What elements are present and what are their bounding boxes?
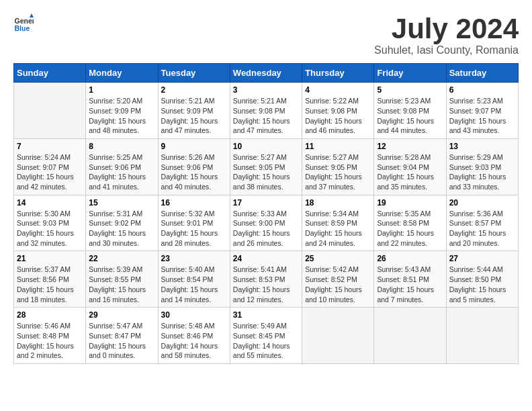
calendar-body: 1Sunrise: 5:20 AM Sunset: 9:09 PM Daylig… xyxy=(14,83,519,364)
header-cell-thursday: Thursday xyxy=(302,64,374,83)
day-info: Sunrise: 5:39 AM Sunset: 8:55 PM Dayligh… xyxy=(89,265,154,304)
day-info: Sunrise: 5:22 AM Sunset: 9:08 PM Dayligh… xyxy=(305,96,371,136)
header-row: SundayMondayTuesdayWednesdayThursdayFrid… xyxy=(14,64,519,83)
calendar-cell: 3Sunrise: 5:21 AM Sunset: 9:08 PM Daylig… xyxy=(230,83,302,139)
week-row-1: 1Sunrise: 5:20 AM Sunset: 9:09 PM Daylig… xyxy=(14,83,519,139)
day-info: Sunrise: 5:46 AM Sunset: 8:48 PM Dayligh… xyxy=(17,321,83,361)
calendar-cell: 19Sunrise: 5:35 AM Sunset: 8:58 PM Dayli… xyxy=(374,195,446,251)
day-info: Sunrise: 5:26 AM Sunset: 9:06 PM Dayligh… xyxy=(161,152,227,192)
calendar-cell: 15Sunrise: 5:31 AM Sunset: 9:02 PM Dayli… xyxy=(86,195,158,251)
calendar-header: SundayMondayTuesdayWednesdayThursdayFrid… xyxy=(14,64,519,83)
day-number: 30 xyxy=(161,310,227,320)
calendar-cell: 20Sunrise: 5:36 AM Sunset: 8:57 PM Dayli… xyxy=(446,195,518,251)
day-info: Sunrise: 5:27 AM Sunset: 9:05 PM Dayligh… xyxy=(305,152,371,192)
day-info: Sunrise: 5:29 AM Sunset: 9:03 PM Dayligh… xyxy=(449,152,515,192)
day-number: 27 xyxy=(449,254,515,263)
day-number: 16 xyxy=(161,198,227,208)
day-number: 20 xyxy=(449,198,515,208)
day-info: Sunrise: 5:32 AM Sunset: 9:01 PM Dayligh… xyxy=(161,209,227,248)
header-cell-monday: Monday xyxy=(86,64,158,83)
day-number: 24 xyxy=(233,254,299,263)
header-cell-friday: Friday xyxy=(374,64,446,83)
calendar-cell: 12Sunrise: 5:28 AM Sunset: 9:04 PM Dayli… xyxy=(374,138,446,195)
day-number: 6 xyxy=(449,85,515,95)
day-number: 25 xyxy=(305,254,371,263)
day-number: 15 xyxy=(89,198,154,208)
header-cell-sunday: Sunday xyxy=(14,64,86,83)
day-number: 11 xyxy=(305,142,371,151)
day-number: 17 xyxy=(233,198,299,208)
day-info: Sunrise: 5:44 AM Sunset: 8:50 PM Dayligh… xyxy=(449,265,515,304)
day-number: 7 xyxy=(17,142,83,151)
calendar-cell xyxy=(302,308,374,364)
day-info: Sunrise: 5:23 AM Sunset: 9:08 PM Dayligh… xyxy=(377,96,443,136)
calendar-cell: 5Sunrise: 5:23 AM Sunset: 9:08 PM Daylig… xyxy=(374,83,446,139)
calendar-cell: 7Sunrise: 5:24 AM Sunset: 9:07 PM Daylig… xyxy=(14,138,86,195)
week-row-3: 14Sunrise: 5:30 AM Sunset: 9:03 PM Dayli… xyxy=(14,195,519,251)
day-number: 31 xyxy=(233,310,299,320)
page-subtitle: Suhulet, Iasi County, Romania xyxy=(374,44,519,56)
calendar-cell: 26Sunrise: 5:43 AM Sunset: 8:51 PM Dayli… xyxy=(374,251,446,308)
calendar-cell: 24Sunrise: 5:41 AM Sunset: 8:53 PM Dayli… xyxy=(230,251,302,308)
calendar-cell: 2Sunrise: 5:21 AM Sunset: 9:09 PM Daylig… xyxy=(158,83,230,139)
day-number: 29 xyxy=(89,310,154,320)
calendar-cell: 27Sunrise: 5:44 AM Sunset: 8:50 PM Dayli… xyxy=(446,251,518,308)
calendar-cell: 21Sunrise: 5:37 AM Sunset: 8:56 PM Dayli… xyxy=(14,251,86,308)
day-info: Sunrise: 5:33 AM Sunset: 9:00 PM Dayligh… xyxy=(233,209,299,248)
calendar-cell: 29Sunrise: 5:47 AM Sunset: 8:47 PM Dayli… xyxy=(86,308,158,364)
day-info: Sunrise: 5:42 AM Sunset: 8:52 PM Dayligh… xyxy=(305,265,371,304)
day-number: 13 xyxy=(449,142,515,151)
day-info: Sunrise: 5:40 AM Sunset: 8:54 PM Dayligh… xyxy=(161,265,227,304)
logo-icon: General Blue xyxy=(13,13,34,34)
calendar-cell: 14Sunrise: 5:30 AM Sunset: 9:03 PM Dayli… xyxy=(14,195,86,251)
calendar-table: SundayMondayTuesdayWednesdayThursdayFrid… xyxy=(13,63,519,364)
day-number: 28 xyxy=(17,310,83,320)
day-number: 18 xyxy=(305,198,371,208)
day-info: Sunrise: 5:34 AM Sunset: 8:59 PM Dayligh… xyxy=(305,209,371,248)
day-number: 22 xyxy=(89,254,154,263)
day-number: 19 xyxy=(377,198,443,208)
day-info: Sunrise: 5:24 AM Sunset: 9:07 PM Dayligh… xyxy=(17,152,83,192)
week-row-5: 28Sunrise: 5:46 AM Sunset: 8:48 PM Dayli… xyxy=(14,308,519,364)
day-number: 4 xyxy=(305,85,371,95)
calendar-cell: 13Sunrise: 5:29 AM Sunset: 9:03 PM Dayli… xyxy=(446,138,518,195)
header-cell-saturday: Saturday xyxy=(446,64,518,83)
header-cell-tuesday: Tuesday xyxy=(158,64,230,83)
page-title: July 2024 xyxy=(374,13,519,44)
calendar-cell: 11Sunrise: 5:27 AM Sunset: 9:05 PM Dayli… xyxy=(302,138,374,195)
calendar-cell: 28Sunrise: 5:46 AM Sunset: 8:48 PM Dayli… xyxy=(14,308,86,364)
day-info: Sunrise: 5:21 AM Sunset: 9:09 PM Dayligh… xyxy=(161,96,227,136)
day-info: Sunrise: 5:48 AM Sunset: 8:46 PM Dayligh… xyxy=(161,321,227,361)
page-header: General Blue July 2024 Suhulet, Iasi Cou… xyxy=(13,13,519,56)
day-number: 1 xyxy=(89,85,154,95)
day-info: Sunrise: 5:37 AM Sunset: 8:56 PM Dayligh… xyxy=(17,265,83,304)
svg-marker-2 xyxy=(30,13,34,17)
day-info: Sunrise: 5:21 AM Sunset: 9:08 PM Dayligh… xyxy=(233,96,299,136)
day-info: Sunrise: 5:30 AM Sunset: 9:03 PM Dayligh… xyxy=(17,209,83,248)
day-number: 8 xyxy=(89,142,154,151)
calendar-cell: 17Sunrise: 5:33 AM Sunset: 9:00 PM Dayli… xyxy=(230,195,302,251)
calendar-cell: 16Sunrise: 5:32 AM Sunset: 9:01 PM Dayli… xyxy=(158,195,230,251)
day-info: Sunrise: 5:23 AM Sunset: 9:07 PM Dayligh… xyxy=(449,96,515,136)
calendar-cell: 4Sunrise: 5:22 AM Sunset: 9:08 PM Daylig… xyxy=(302,83,374,139)
calendar-cell: 8Sunrise: 5:25 AM Sunset: 9:06 PM Daylig… xyxy=(86,138,158,195)
day-number: 10 xyxy=(233,142,299,151)
calendar-cell: 9Sunrise: 5:26 AM Sunset: 9:06 PM Daylig… xyxy=(158,138,230,195)
svg-text:Blue: Blue xyxy=(15,24,30,32)
calendar-cell xyxy=(14,83,86,139)
day-info: Sunrise: 5:20 AM Sunset: 9:09 PM Dayligh… xyxy=(89,96,154,136)
calendar-cell: 30Sunrise: 5:48 AM Sunset: 8:46 PM Dayli… xyxy=(158,308,230,364)
day-number: 12 xyxy=(377,142,443,151)
calendar-cell xyxy=(374,308,446,364)
day-info: Sunrise: 5:36 AM Sunset: 8:57 PM Dayligh… xyxy=(449,209,515,248)
calendar-cell: 6Sunrise: 5:23 AM Sunset: 9:07 PM Daylig… xyxy=(446,83,518,139)
calendar-cell: 1Sunrise: 5:20 AM Sunset: 9:09 PM Daylig… xyxy=(86,83,158,139)
day-info: Sunrise: 5:28 AM Sunset: 9:04 PM Dayligh… xyxy=(377,152,443,192)
header-cell-wednesday: Wednesday xyxy=(230,64,302,83)
day-info: Sunrise: 5:27 AM Sunset: 9:05 PM Dayligh… xyxy=(233,152,299,192)
day-number: 3 xyxy=(233,85,299,95)
calendar-cell: 31Sunrise: 5:49 AM Sunset: 8:45 PM Dayli… xyxy=(230,308,302,364)
calendar-cell xyxy=(446,308,518,364)
day-number: 23 xyxy=(161,254,227,263)
day-number: 21 xyxy=(17,254,83,263)
